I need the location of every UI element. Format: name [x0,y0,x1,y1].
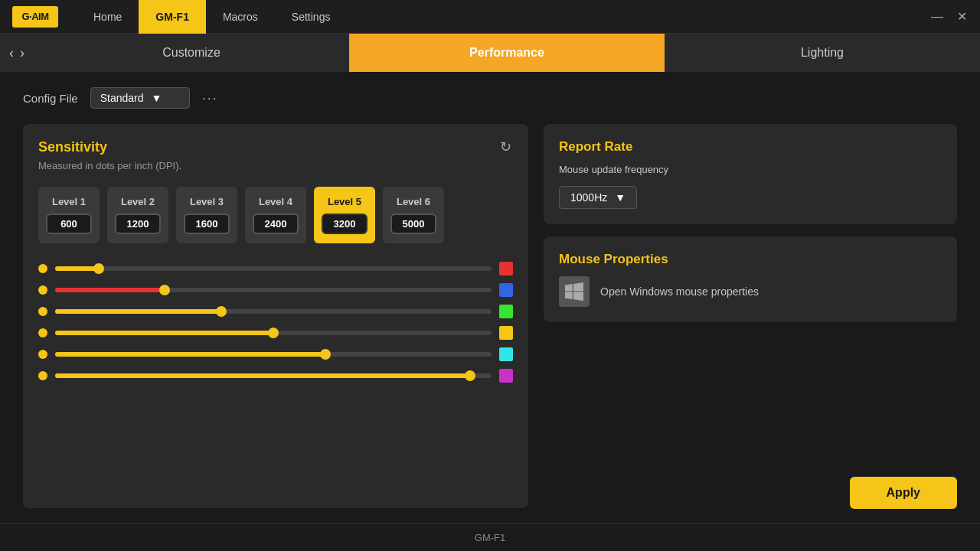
slider-row-3 [38,305,513,318]
nav-home[interactable]: Home [77,0,139,34]
refresh-button[interactable]: ↻ [495,136,516,158]
dpi-levels: Level 1 600 Level 2 1200 Level 3 1600 Le… [38,187,513,243]
slider-dot-1 [38,264,47,273]
slider-color-2[interactable] [499,283,513,297]
dpi-level-4-name: Level 4 [259,196,292,207]
slider-dot-2 [38,285,47,295]
sensitivity-title: Sensitivity [38,139,513,155]
apply-button[interactable]: Apply [850,477,957,509]
slider-color-4[interactable] [499,326,513,340]
dpi-level-3-value: 1600 [184,214,230,234]
next-arrow[interactable]: › [20,45,24,61]
slider-color-6[interactable] [499,369,513,383]
dpi-level-4[interactable]: Level 4 2400 [245,187,306,243]
panels: ↻ Sensitivity Measured in dots per inch … [23,124,957,508]
nav-gmf1[interactable]: GM-F1 [139,0,206,34]
slider-row-6 [38,369,513,383]
window-controls: — ✕ [931,11,968,23]
tabbar: ‹ › Customize Performance Lighting [0,34,980,72]
slider-color-3[interactable] [499,305,513,318]
report-rate-subtitle: Mouse update frequency [559,164,942,175]
nav-macros[interactable]: Macros [206,0,275,34]
report-rate-value: 1000Hz [570,191,607,204]
windows-icon [559,276,590,307]
slider-dot-5 [38,350,47,359]
slider-dot-3 [38,307,47,316]
dpi-level-1-name: Level 1 [52,196,86,207]
sensitivity-description: Measured in dots per inch (DPI). [38,160,513,171]
footer-text: GM-F1 [475,532,505,543]
right-panels: Report Rate Mouse update frequency 1000H… [544,124,957,508]
titlebar: G·AIM Home GM-F1 Macros Settings — ✕ [0,0,980,34]
tab-lighting[interactable]: Lighting [665,34,980,72]
tab-customize[interactable]: Customize [34,34,349,72]
dpi-level-5[interactable]: Level 5 3200 [314,187,375,243]
dpi-level-2-name: Level 2 [121,196,155,207]
slider-track-5[interactable] [55,352,492,357]
nav-arrows: ‹ › [0,45,34,61]
close-button[interactable]: ✕ [956,11,968,23]
dpi-level-6-name: Level 6 [397,196,430,207]
main-content: Config File Standard ▼ ··· ↻ Sensitivity… [0,72,980,523]
mouse-properties-title: Mouse Properties [559,252,942,267]
dpi-level-1-value: 600 [46,214,92,234]
slider-row-1 [38,262,513,276]
dpi-level-1[interactable]: Level 1 600 [38,187,100,243]
slider-track-2[interactable] [55,288,492,292]
tabs: Customize Performance Lighting [34,34,980,72]
dpi-level-3-name: Level 3 [190,196,224,207]
slider-row-4 [38,326,513,340]
tab-performance[interactable]: Performance [349,34,665,72]
windows-mouse-link[interactable]: Open Windows mouse properties [559,276,942,307]
config-row: Config File Standard ▼ ··· [23,87,957,109]
slider-color-5[interactable] [499,347,513,361]
minimize-button[interactable]: — [931,11,943,23]
dpi-level-6-value: 5000 [390,214,436,234]
config-file-label: Config File [23,92,78,105]
dpi-level-2-value: 1200 [115,214,161,234]
dpi-level-6[interactable]: Level 6 5000 [383,187,444,243]
slider-track-4[interactable] [55,331,492,335]
prev-arrow[interactable]: ‹ [9,45,14,61]
sliders-container [38,262,513,383]
slider-row-5 [38,347,513,361]
config-value: Standard [100,92,144,104]
chevron-down-icon: ▼ [152,92,162,104]
mouse-properties-card: Mouse Properties Open Windows mouse prop… [544,236,957,322]
dpi-level-5-name: Level 5 [328,196,361,207]
report-rate-card: Report Rate Mouse update frequency 1000H… [544,124,957,224]
report-rate-title: Report Rate [559,139,942,155]
config-more-button[interactable]: ··· [202,90,218,106]
slider-dot-6 [38,371,47,380]
slider-dot-4 [38,328,47,337]
slider-track-1[interactable] [55,266,492,271]
dpi-level-3[interactable]: Level 3 1600 [176,187,237,243]
slider-track-3[interactable] [55,309,492,314]
slider-track-6[interactable] [55,373,492,378]
nav-settings[interactable]: Settings [275,0,348,34]
dpi-level-4-value: 2400 [253,214,299,234]
dpi-level-5-value: 3200 [322,214,368,234]
nav: Home GM-F1 Macros Settings [77,0,931,34]
chevron-down-icon: ▼ [615,191,626,204]
slider-color-1[interactable] [499,262,513,276]
dpi-level-2[interactable]: Level 2 1200 [107,187,168,243]
report-rate-select[interactable]: 1000Hz ▼ [559,186,637,209]
sensitivity-panel: ↻ Sensitivity Measured in dots per inch … [23,124,528,508]
slider-row-2 [38,283,513,297]
windows-link-text: Open Windows mouse properties [600,285,759,298]
logo: G·AIM [12,6,58,28]
footer: GM-F1 [0,523,980,551]
config-file-select[interactable]: Standard ▼ [90,87,190,109]
